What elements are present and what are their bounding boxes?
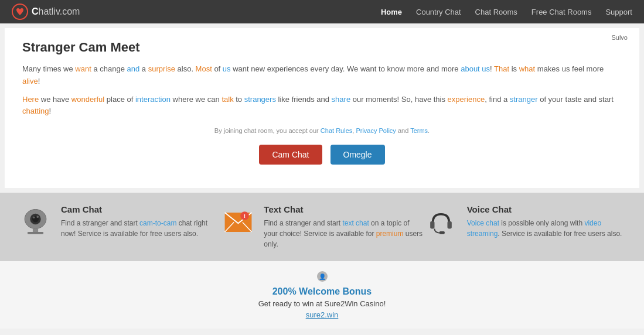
feature-text-chat-desc: Find a stranger and start text chat on a… [264, 218, 423, 249]
svg-text:!: ! [244, 213, 246, 219]
footer: 👤 200% Welcome Bonus Get ready to win at… [0, 261, 644, 329]
action-buttons: Cam Chat Omegle [22, 145, 622, 165]
logo-area: Chatliv.com [12, 4, 80, 20]
intro-paragraph-1: Many times we want a change and a surpri… [22, 63, 622, 88]
svg-point-4 [32, 216, 35, 218]
svg-text:👤: 👤 [319, 273, 326, 281]
svg-rect-12 [448, 221, 452, 228]
main-nav: Home Country Chat Chat Rooms Free Chat R… [381, 8, 632, 16]
svg-rect-11 [430, 221, 434, 228]
bonus-title: 200% Welcome Bonus [9, 286, 635, 297]
nav-home[interactable]: Home [381, 8, 402, 16]
envelope-icon: ! [220, 204, 255, 240]
svg-point-7 [36, 216, 39, 218]
logo-text: Chatliv.com [32, 6, 80, 17]
nav-chat-rooms[interactable]: Chat Rooms [475, 8, 517, 16]
nav-country-chat[interactable]: Country Chat [416, 8, 461, 16]
bonus-link[interactable]: sure2.win [306, 310, 339, 319]
feature-voice-chat-title: Voice Chat [467, 204, 626, 214]
svg-rect-13 [439, 231, 445, 234]
feature-text-chat-content: Text Chat Find a stranger and start text… [264, 204, 423, 249]
omegle-button[interactable]: Omegle [330, 145, 385, 165]
main-content: Sulvo Stranger Cam Meet Many times we wa… [5, 28, 639, 188]
feature-text-chat-title: Text Chat [264, 204, 423, 214]
feature-cam-chat: Cam Chat Find a stranger and start cam-t… [18, 204, 220, 249]
page-title: Stranger Cam Meet [22, 40, 622, 55]
chat-rules-link[interactable]: Chat Rules [321, 127, 352, 134]
footer-icon: 👤 [9, 271, 635, 284]
webcam-icon [18, 204, 53, 240]
logo-icon [12, 4, 28, 20]
feature-voice-chat-content: Voice Chat Voice chat is possible only a… [467, 204, 626, 239]
intro-paragraph-2: Here we have wonderful place of interact… [22, 94, 622, 118]
cam-chat-button[interactable]: Cam Chat [259, 145, 322, 165]
svg-rect-5 [32, 228, 38, 232]
terms-link[interactable]: Terms [410, 127, 428, 134]
nav-support[interactable]: Support [605, 8, 632, 16]
nav-free-chat-rooms[interactable]: Free Chat Rooms [531, 8, 592, 16]
feature-cam-chat-desc: Find a stranger and start cam-to-cam cha… [61, 218, 220, 239]
feature-cam-chat-title: Cam Chat [61, 204, 220, 214]
features-section: Cam Chat Find a stranger and start cam-t… [0, 193, 644, 261]
terms-line: By joining chat room, you accept our Cha… [22, 127, 622, 134]
bonus-desc: Get ready to win at Sure2Win Casino! [9, 299, 635, 308]
feature-text-chat: ! Text Chat Find a stranger and start te… [220, 204, 423, 249]
feature-voice-chat-desc: Voice chat is possible only along with v… [467, 218, 626, 239]
headset-icon [424, 204, 459, 240]
svg-rect-6 [27, 232, 43, 234]
sulvo-link[interactable]: Sulvo [611, 34, 628, 41]
header: Chatliv.com Home Country Chat Chat Rooms… [0, 0, 644, 23]
feature-voice-chat: Voice Chat Voice chat is possible only a… [424, 204, 626, 249]
feature-cam-chat-content: Cam Chat Find a stranger and start cam-t… [61, 204, 220, 239]
privacy-policy-link[interactable]: Privacy Policy [356, 127, 396, 134]
